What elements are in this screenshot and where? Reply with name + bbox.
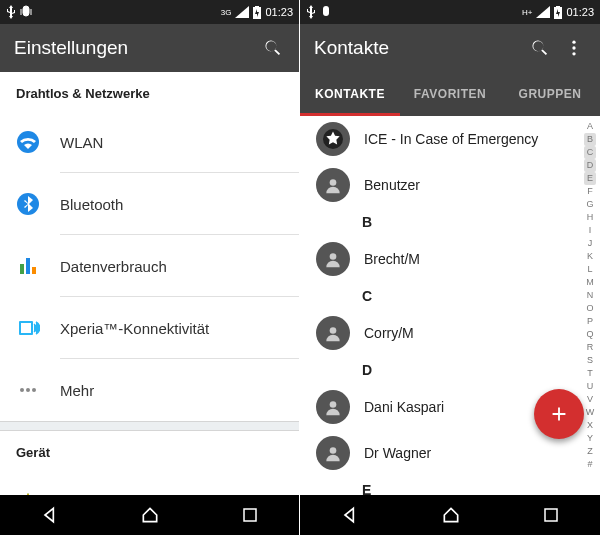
clock: 01:23 [265, 6, 293, 18]
svg-point-19 [330, 447, 337, 454]
contact-name: Dr Wagner [364, 445, 431, 461]
search-button[interactable] [261, 36, 285, 60]
index-letter[interactable]: # [587, 458, 592, 471]
page-title: Einstellungen [14, 37, 251, 59]
contact-row[interactable]: Benutzer [300, 162, 580, 208]
svg-rect-6 [21, 323, 31, 333]
contacts-list[interactable]: ICE - In Case of EmergencyBenutzerBBrech… [300, 116, 580, 495]
index-letter[interactable]: B [584, 133, 596, 146]
contact-row[interactable]: Dr Wagner [300, 430, 580, 476]
svg-rect-2 [20, 264, 24, 274]
usb-icon [6, 5, 16, 19]
contact-name: ICE - In Case of Emergency [364, 131, 538, 147]
index-letter[interactable]: W [586, 406, 595, 419]
svg-point-12 [572, 46, 575, 49]
settings-item-label: Mehr [60, 382, 94, 399]
search-icon [263, 38, 283, 58]
contact-row[interactable]: ICE - In Case of Emergency [300, 116, 580, 162]
nav-back[interactable] [340, 505, 360, 525]
index-letter[interactable]: N [587, 289, 594, 302]
index-letter[interactable]: X [587, 419, 593, 432]
settings-item-wlan[interactable]: WLAN [0, 111, 299, 173]
svg-point-17 [330, 327, 337, 334]
add-contact-fab[interactable] [534, 389, 584, 439]
settings-item-bluetooth[interactable]: Bluetooth [0, 173, 299, 235]
tab-contacts[interactable]: KONTAKTE [300, 72, 400, 116]
nav-home[interactable] [140, 505, 160, 525]
nav-recent[interactable] [241, 506, 259, 524]
index-letter[interactable]: L [587, 263, 592, 276]
index-letter[interactable]: I [589, 224, 592, 237]
svg-point-18 [330, 401, 337, 408]
screen-contacts: H+ 01:23 Kontakte KONTAKTE FAVORITEN GRU… [300, 0, 600, 535]
clock: 01:23 [566, 6, 594, 18]
avatar [316, 390, 350, 424]
contact-row[interactable]: Corry/M [300, 310, 580, 356]
settings-list: WLAN Bluetooth Datenverbrauch Xperia™-Ko… [0, 111, 299, 421]
svg-rect-4 [32, 267, 36, 274]
more-vert-icon [564, 38, 584, 58]
index-letter[interactable]: P [587, 315, 593, 328]
contact-name: Benutzer [364, 177, 420, 193]
network-type: H+ [522, 8, 532, 17]
settings-item-xperia-connectivity[interactable]: Xperia™-Konnektivität [0, 297, 299, 359]
settings-item-more[interactable]: Mehr [0, 359, 299, 421]
index-letter[interactable]: E [584, 172, 596, 185]
index-letter[interactable]: M [586, 276, 594, 289]
battery-icon [554, 6, 562, 19]
contact-section-letter: E [300, 476, 580, 495]
wifi-icon [16, 130, 40, 154]
settings-item-label: WLAN [60, 134, 103, 151]
app-bar: Einstellungen [0, 24, 299, 72]
contact-name: Corry/M [364, 325, 414, 341]
index-letter[interactable]: Y [587, 432, 593, 445]
status-bar: H+ 01:23 [300, 0, 600, 24]
index-letter[interactable]: D [584, 159, 597, 172]
tab-favorites[interactable]: FAVORITEN [400, 72, 500, 116]
nav-home[interactable] [441, 505, 461, 525]
usb-debug-icon [20, 5, 32, 19]
signal-icon [235, 6, 249, 18]
index-letter[interactable]: T [587, 367, 593, 380]
index-letter[interactable]: Z [587, 445, 593, 458]
index-letter[interactable]: Q [586, 328, 593, 341]
avatar [316, 316, 350, 350]
index-letter[interactable]: J [588, 237, 593, 250]
tab-groups[interactable]: GRUPPEN [500, 72, 600, 116]
data-usage-icon [16, 254, 40, 278]
index-letter[interactable]: K [587, 250, 593, 263]
index-letter[interactable]: H [587, 211, 594, 224]
search-button[interactable] [528, 36, 552, 60]
index-letter[interactable]: U [587, 380, 594, 393]
avatar [316, 168, 350, 202]
section-device: Gerät [0, 431, 299, 470]
svg-point-16 [330, 253, 337, 260]
settings-item-data-usage[interactable]: Datenverbrauch [0, 235, 299, 297]
tabs: KONTAKTE FAVORITEN GRUPPEN [300, 72, 600, 116]
index-letter[interactable]: C [584, 146, 597, 159]
contact-row[interactable]: Brecht/M [300, 236, 580, 282]
nav-back[interactable] [40, 505, 60, 525]
section-wireless: Drahtlos & Netzwerke [0, 72, 299, 111]
svg-point-7 [20, 388, 24, 392]
index-letter[interactable]: G [586, 198, 593, 211]
svg-rect-10 [244, 509, 256, 521]
index-letter[interactable]: S [587, 354, 593, 367]
contact-section-letter: C [300, 282, 580, 310]
index-letter[interactable]: A [587, 120, 593, 133]
contact-section-letter: B [300, 208, 580, 236]
settings-item-label: Bluetooth [60, 196, 123, 213]
status-bar: 3G 01:23 [0, 0, 299, 24]
index-letter[interactable]: F [587, 185, 593, 198]
index-letter[interactable]: V [587, 393, 593, 406]
alpha-index[interactable]: ABCDEFGHIJKLMNOPQRSTUVWXYZ# [582, 120, 598, 491]
index-letter[interactable]: O [586, 302, 593, 315]
avatar [316, 122, 350, 156]
contact-section-letter: D [300, 356, 580, 384]
index-letter[interactable]: R [587, 341, 594, 354]
contact-name: Brecht/M [364, 251, 420, 267]
overflow-menu-button[interactable] [562, 36, 586, 60]
network-type: 3G [221, 8, 232, 17]
nav-recent[interactable] [542, 506, 560, 524]
svg-rect-3 [26, 258, 30, 274]
